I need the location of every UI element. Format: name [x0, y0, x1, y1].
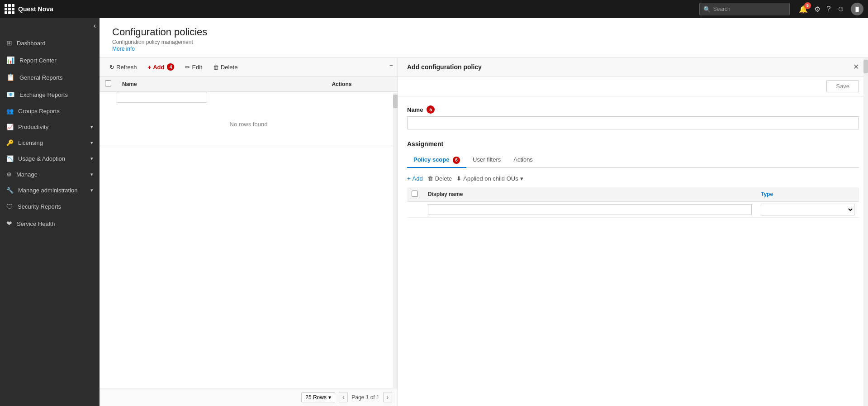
search-icon: 🔍	[703, 6, 711, 13]
user-icon[interactable]: ☺	[837, 5, 844, 13]
assign-add-button[interactable]: + Add	[407, 174, 423, 183]
sidebar-item-report-center[interactable]: 📊 Report Center	[0, 52, 100, 69]
sidebar-item-manage-administration[interactable]: 🔧 Manage administration ▾	[0, 182, 100, 198]
sidebar-item-label: Groups Reports	[18, 108, 60, 115]
name-filter-input[interactable]	[117, 92, 207, 103]
assignment-title: Assignment	[407, 140, 859, 148]
name-field-label: Name 5	[407, 105, 859, 114]
groups-reports-icon: 👥	[6, 108, 14, 115]
sidebar-item-label: Usage & Adoption	[18, 155, 65, 162]
refresh-button[interactable]: ↻ Refresh	[105, 62, 142, 72]
sidebar-item-label: Dashboard	[17, 40, 46, 47]
display-name-column-header: Display name	[423, 187, 756, 202]
edit-label: Edit	[192, 64, 202, 71]
display-name-filter-input[interactable]	[428, 204, 752, 215]
add-badge: 4	[167, 63, 174, 71]
app-layout: ‹ ⊞ Dashboard 📊 Report Center 📋 General …	[0, 18, 868, 406]
name-field-section: Name 5	[407, 105, 859, 129]
exchange-reports-icon: 📧	[6, 91, 15, 99]
no-rows-row: No rows found	[100, 103, 398, 146]
sidebar-item-groups-reports[interactable]: 👥 Groups Reports	[0, 103, 100, 119]
policy-scope-tab-label: Policy scope	[413, 156, 449, 163]
table-scrollbar[interactable]	[393, 93, 398, 388]
sidebar-item-usage-adoption[interactable]: 📉 Usage & Adoption ▾	[0, 151, 100, 167]
tab-actions[interactable]: Actions	[507, 153, 539, 168]
minimize-button[interactable]: −	[389, 62, 393, 69]
save-button[interactable]: Save	[826, 80, 859, 92]
prev-page-button[interactable]: ‹	[339, 392, 348, 402]
add-icon: +	[148, 64, 152, 71]
sidebar-item-general-reports[interactable]: 📋 General Reports	[0, 69, 100, 86]
settings-icon[interactable]: ⚙	[814, 5, 821, 14]
right-panel-title: Add configuration policy	[407, 63, 482, 71]
notification-bell[interactable]: 🔔 5	[799, 5, 808, 14]
page-info: Page 1 of 1	[351, 394, 379, 401]
applied-icon: ⬇	[456, 175, 461, 182]
security-reports-icon: 🛡	[6, 203, 13, 210]
app-logo[interactable]: Quest Nova	[5, 4, 53, 14]
right-panel-close-button[interactable]: ✕	[853, 63, 859, 71]
sidebar-item-label: Report Center	[19, 57, 57, 64]
sidebar-item-exchange-reports[interactable]: 📧 Exchange Reports	[0, 86, 100, 103]
grid-icon	[5, 4, 14, 14]
name-column-header: Name	[117, 76, 326, 92]
tab-policy-scope[interactable]: Policy scope 6	[407, 153, 466, 168]
assign-delete-icon: 🗑	[427, 175, 433, 182]
right-panel-header: Add configuration policy ✕	[398, 58, 868, 76]
rows-per-page-select[interactable]: 25 Rows ▾	[301, 392, 335, 402]
right-panel-scrollbar[interactable]	[863, 58, 868, 406]
delete-icon: 🗑	[213, 64, 219, 71]
sidebar-item-licensing[interactable]: 🔑 Licensing ▾	[0, 135, 100, 151]
actions-tab-label: Actions	[513, 156, 533, 163]
chevron-down-icon: ▾	[90, 187, 93, 193]
assignment-tabs: Policy scope 6 User filters Actions	[407, 153, 859, 168]
app-name: Quest Nova	[18, 5, 53, 13]
manage-icon: ⚙	[6, 171, 12, 178]
refresh-label: Refresh	[116, 64, 137, 71]
assign-add-icon: +	[407, 175, 411, 182]
edit-button[interactable]: ✏ Edit	[180, 62, 206, 72]
table-scroll-thumb	[393, 95, 398, 108]
search-box[interactable]: 🔍	[699, 3, 790, 15]
refresh-icon: ↻	[109, 64, 114, 71]
sidebar-item-manage[interactable]: ⚙ Manage ▾	[0, 167, 100, 182]
sidebar-item-productivity[interactable]: 📈 Productivity ▾	[0, 119, 100, 135]
dashboard-icon: ⊞	[6, 39, 12, 47]
chevron-down-icon: ▾	[90, 172, 93, 177]
sidebar-item-security-reports[interactable]: 🛡 Security Reports	[0, 198, 100, 215]
delete-button[interactable]: 🗑 Delete	[209, 62, 242, 72]
applied-child-ous-button[interactable]: ⬇ Applied on child OUs ▾	[456, 174, 523, 183]
topbar-icons: 🔔 5 ⚙ ? ☺ ▐▌	[799, 3, 863, 15]
sidebar-item-dashboard[interactable]: ⊞ Dashboard	[0, 34, 100, 52]
main-content: Configuration policies Configuration pol…	[100, 18, 868, 406]
search-input[interactable]	[713, 6, 786, 12]
page-title: Configuration policies	[112, 26, 855, 38]
sidebar: ‹ ⊞ Dashboard 📊 Report Center 📋 General …	[0, 18, 100, 406]
avatar[interactable]: ▐▌	[851, 3, 863, 15]
help-icon[interactable]: ?	[827, 5, 831, 13]
assignment-toolbar: + Add 🗑 Delete ⬇ Applied on child OUs ▾	[407, 174, 859, 183]
more-info-link[interactable]: More info	[112, 46, 135, 52]
assignment-table: Display name Type	[407, 187, 859, 218]
name-field-input[interactable]	[407, 116, 859, 129]
type-filter-select[interactable]	[761, 204, 854, 215]
sidebar-collapse-button[interactable]: ‹	[94, 22, 96, 30]
edit-icon: ✏	[185, 64, 190, 71]
sidebar-item-label: Productivity	[18, 124, 48, 130]
assign-delete-button[interactable]: 🗑 Delete	[427, 174, 452, 183]
assign-select-all-checkbox[interactable]	[412, 191, 418, 197]
tab-user-filters[interactable]: User filters	[466, 153, 507, 168]
next-page-button[interactable]: ›	[383, 392, 392, 402]
chevron-down-icon: ▾	[90, 156, 93, 162]
sidebar-item-label: Exchange Reports	[19, 91, 68, 98]
sidebar-item-service-health[interactable]: ❤ Service Health	[0, 215, 100, 232]
usage-adoption-icon: 📉	[6, 155, 14, 162]
type-column-header: Type	[756, 187, 859, 202]
select-all-checkbox[interactable]	[105, 80, 111, 86]
productivity-icon: 📈	[6, 124, 14, 130]
actions-column-header: Actions	[326, 76, 398, 92]
assignment-section: Assignment Policy scope 6 User filters	[407, 140, 859, 218]
add-button[interactable]: + Add 4	[143, 62, 179, 72]
name-filter-row	[100, 92, 398, 103]
sidebar-item-label: Licensing	[18, 139, 43, 146]
